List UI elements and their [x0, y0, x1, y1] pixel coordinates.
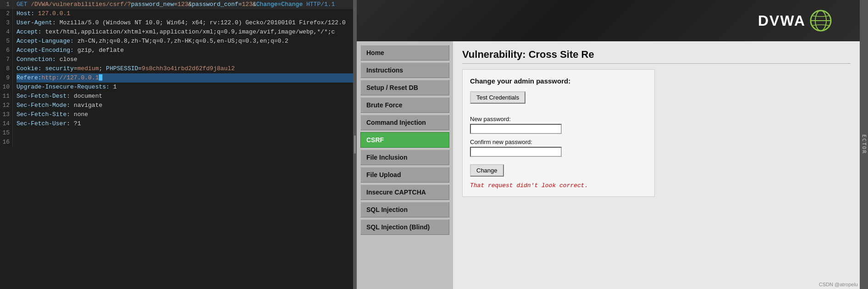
line-content: Sec-Fetch-User: ?1	[17, 119, 353, 128]
code-line: 6Accept-Encoding: gzip, deflate	[0, 46, 353, 55]
line-number: 14	[0, 119, 13, 128]
code-line: 15	[0, 128, 353, 138]
line-number: 11	[0, 92, 13, 101]
test-credentials-button[interactable]: Test Credentials	[470, 91, 525, 104]
line-number: 9	[0, 73, 13, 83]
line-number: 5	[0, 37, 13, 46]
divider-handle	[354, 135, 356, 154]
line-content: GET /DVWA/vulnerabilities/csrf/?password…	[17, 0, 353, 9]
edge-label: ECTOR	[860, 0, 868, 289]
line-content: Upgrade-Insecure-Requests: 1	[17, 83, 353, 92]
watermark: CSDN @atropelu	[819, 282, 858, 287]
sidebar-item-sql-injection--blind-[interactable]: SQL Injection (Blind)	[360, 219, 449, 235]
dvwa-sidebar: HomeInstructionsSetup / Reset DBBrute Fo…	[357, 41, 453, 289]
line-content: User-Agent: Mozilla/5.0 (Windows NT 10.0…	[17, 18, 353, 28]
sidebar-item-home[interactable]: Home	[360, 45, 449, 61]
sidebar-item-csrf[interactable]: CSRF	[360, 132, 449, 148]
line-number: 2	[0, 9, 13, 18]
code-line: 1GET /DVWA/vulnerabilities/csrf/?passwor…	[0, 0, 353, 9]
line-content: Host: 127.0.0.1	[17, 9, 353, 18]
sidebar-item-command-injection[interactable]: Command Injection	[360, 115, 449, 130]
line-number: 10	[0, 83, 13, 92]
line-content: Cookie: security=medium; PHPSESSID=9s8ch…	[17, 64, 353, 73]
sidebar-item-file-inclusion[interactable]: File Inclusion	[360, 150, 449, 165]
code-line: 3User-Agent: Mozilla/5.0 (Windows NT 10.…	[0, 18, 353, 28]
line-content	[17, 128, 353, 138]
sidebar-item-file-upload[interactable]: File Upload	[360, 167, 449, 183]
sidebar-item-sql-injection[interactable]: SQL Injection	[360, 202, 449, 217]
line-number: 4	[0, 28, 13, 37]
code-line: 5Accept-Language: zh-CN,zh;q=0.8,zh-TW;q…	[0, 37, 353, 46]
line-content: Accept: text/html,application/xhtml+xml,…	[17, 28, 353, 37]
line-number: 16	[0, 138, 13, 147]
line-number: 1	[0, 0, 13, 9]
line-number: 6	[0, 46, 13, 55]
line-number: 13	[0, 110, 13, 119]
dvwa-logo-icon	[809, 9, 832, 32]
dvwa-body: HomeInstructionsSetup / Reset DBBrute Fo…	[357, 41, 860, 289]
dvwa-header: DVWA	[357, 0, 860, 41]
code-line: 9Refere:http://127.0.0.1█	[0, 73, 353, 83]
dvwa-panel: DVWA HomeInstructionsSetup / Reset DBBru…	[357, 0, 860, 289]
content-box: Change your admin password: Test Credent…	[462, 69, 655, 197]
code-line: 8Cookie: security=medium; PHPSESSID=9s8c…	[0, 64, 353, 73]
line-content: Sec-Fetch-Site: none	[17, 110, 353, 119]
code-line: 7Connection: close	[0, 55, 353, 64]
sidebar-item-instructions[interactable]: Instructions	[360, 62, 449, 78]
dvwa-logo-text: DVWA	[758, 12, 806, 29]
line-content: Accept-Language: zh-CN,zh;q=0.8,zh-TW;q=…	[17, 37, 353, 46]
line-content: Sec-Fetch-Mode: navigate	[17, 101, 353, 110]
sidebar-item-brute-force[interactable]: Brute Force	[360, 97, 449, 113]
code-editor[interactable]: 1GET /DVWA/vulnerabilities/csrf/?passwor…	[0, 0, 353, 289]
code-line: 12Sec-Fetch-Mode: navigate	[0, 101, 353, 110]
sidebar-item-setup---reset-db[interactable]: Setup / Reset DB	[360, 80, 449, 95]
line-number: 7	[0, 55, 13, 64]
line-content	[17, 138, 353, 147]
line-content: Accept-Encoding: gzip, deflate	[17, 46, 353, 55]
code-line: 10Upgrade-Insecure-Requests: 1	[0, 83, 353, 92]
dvwa-main: Vulnerability: Cross Site Re Change your…	[453, 41, 860, 289]
content-title: Change your admin password:	[470, 77, 647, 85]
line-number: 12	[0, 101, 13, 110]
new-password-input[interactable]	[470, 124, 562, 134]
line-number: 8	[0, 64, 13, 73]
dvwa-logo: DVWA	[758, 9, 832, 32]
line-content: Sec-Fetch-Dest: document	[17, 92, 353, 101]
vuln-title: Vulnerability: Cross Site Re	[462, 49, 851, 64]
code-line: 14Sec-Fetch-User: ?1	[0, 119, 353, 128]
panel-divider[interactable]	[353, 0, 357, 289]
line-content: Connection: close	[17, 55, 353, 64]
code-line: 11Sec-Fetch-Dest: document	[0, 92, 353, 101]
line-number: 3	[0, 18, 13, 28]
code-line: 4Accept: text/html,application/xhtml+xml…	[0, 28, 353, 37]
new-password-label: New password:	[470, 116, 647, 122]
change-button[interactable]: Change	[470, 164, 504, 177]
line-content: Refere:http://127.0.0.1█	[17, 73, 353, 83]
code-line: 16	[0, 138, 353, 147]
confirm-password-label: Confirm new password:	[470, 139, 647, 145]
confirm-password-input[interactable]	[470, 147, 562, 157]
code-line: 2Host: 127.0.0.1	[0, 9, 353, 18]
code-line: 13Sec-Fetch-Site: none	[0, 110, 353, 119]
error-message: That request didn't look correct.	[470, 182, 647, 189]
line-number: 15	[0, 128, 13, 138]
sidebar-item-insecure-captcha[interactable]: Insecure CAPTCHA	[360, 184, 449, 200]
